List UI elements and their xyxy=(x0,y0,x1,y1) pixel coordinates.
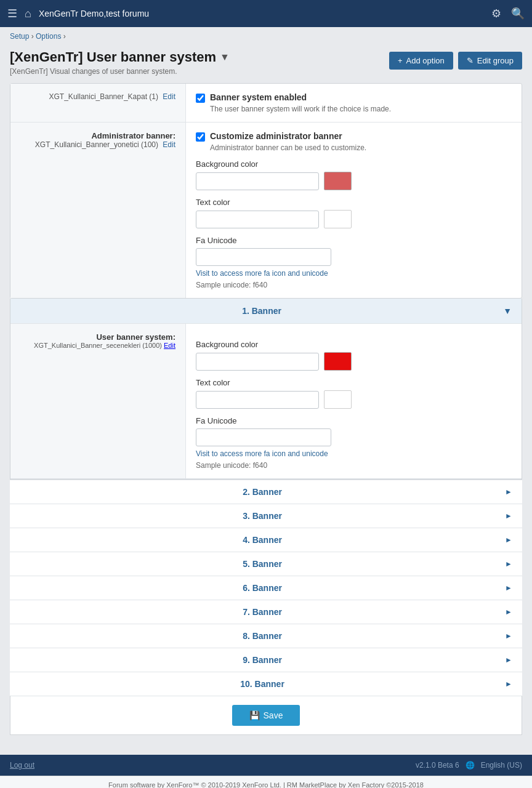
breadcrumb: Setup › Options › xyxy=(0,27,532,46)
chevron-right-icon: ► xyxy=(505,680,512,688)
admin-text-color-group: Text color rgb(255, 255, 255) xyxy=(196,198,512,228)
top-navigation: ☰ ⌂ XenGenTr Demo,test forumu ⚙ 🔍 xyxy=(0,0,532,27)
banner1-fa-unicode-label: Fa Unicode xyxy=(196,416,512,425)
banner-collapsed-title: 2. Banner xyxy=(20,487,505,497)
admin-fa-unicode-label: Fa Unicode xyxy=(196,236,512,245)
banner-collapsed-title: 6. Banner xyxy=(20,583,505,593)
admin-banner-checkbox-desc: Administrator banner can be used to cust… xyxy=(210,143,366,152)
admin-text-color-input[interactable]: rgb(255, 255, 255) xyxy=(196,211,319,228)
banner-collapsed-title: 8. Banner xyxy=(20,631,505,641)
banner-system-checkbox-label: Banner system enabled xyxy=(210,92,391,102)
banner1-fa-unicode-group: Fa Unicode f521 Visit to access more fa … xyxy=(196,416,512,470)
admin-bg-color-group: Background color rgb(214, 92, 92) xyxy=(196,159,512,190)
banner1-text-color-row: rgb(255, 255, 255) xyxy=(196,390,512,409)
page-header-left: [XenGenTr] User banner system ▼ [XenGenT… xyxy=(10,49,230,76)
banner-collapsed-row[interactable]: 2. Banner ► xyxy=(10,480,522,504)
save-icon: 💾 xyxy=(249,710,260,720)
chevron-right-icon: ► xyxy=(505,512,512,520)
nav-right: ⚙ 🔍 xyxy=(491,7,525,20)
globe-icon: 🌐 xyxy=(465,761,475,770)
banner1-fa-unicode-input[interactable]: f521 xyxy=(196,428,331,446)
banner-collapsed-title: 4. Banner xyxy=(20,535,505,545)
save-row: 💾 Save xyxy=(10,696,522,735)
banner-system-checkbox-desc: The user banner system will work if the … xyxy=(210,105,391,113)
banner1-text-color-swatch[interactable] xyxy=(324,390,352,409)
page-subtitle: [XenGenTr] Visual changes of user banner… xyxy=(10,67,230,76)
banner1-bg-color-input[interactable]: rgb(228, 13, 13) xyxy=(196,353,319,371)
banner-collapsed-title: 10. Banner xyxy=(20,679,505,689)
banner-1-edit-link[interactable]: Edit xyxy=(164,342,175,349)
banner-system-key: XGT_Kullanici_Banner_Kapat (1) Edit xyxy=(20,92,175,101)
chevron-right-icon: ► xyxy=(505,608,512,616)
admin-bg-color-input[interactable]: rgb(214, 92, 92) xyxy=(196,172,319,190)
admin-unicode-hint: Visit to access more fa icon and unicode xyxy=(196,269,512,278)
admin-bg-color-swatch[interactable] xyxy=(324,172,352,190)
main-content: XGT_Kullanici_Banner_Kapat (1) Edit Bann… xyxy=(0,83,532,745)
banner-system-checkbox[interactable] xyxy=(196,94,205,103)
admin-banner-row: Administrator banner: XGT_Kullanici_Bann… xyxy=(10,123,522,298)
banner-collapsed-row[interactable]: 7. Banner ► xyxy=(10,600,522,624)
chevron-right-icon: ► xyxy=(505,632,512,640)
admin-banner-edit-link[interactable]: Edit xyxy=(163,140,175,149)
banner-system-row: XGT_Kullanici_Banner_Kapat (1) Edit Bann… xyxy=(10,84,522,123)
banner1-visit-link[interactable]: Visit to access more fa icon and unicode xyxy=(196,449,328,458)
banner1-unicode-hint: Visit to access more fa icon and unicode xyxy=(196,449,512,458)
chevron-right-icon: ► xyxy=(505,536,512,544)
page-title: [XenGenTr] User banner system ▼ xyxy=(10,49,230,65)
collapsed-banners: 2. Banner ► 3. Banner ► 4. Banner ► 5. B… xyxy=(10,480,522,696)
banner-1-fields: Background color rgb(228, 13, 13) Text c… xyxy=(186,324,522,478)
admin-text-color-swatch[interactable] xyxy=(324,210,352,228)
version-label: v2.1.0 Beta 6 xyxy=(416,761,459,770)
edit-icon: ✎ xyxy=(467,56,474,65)
admin-banner-checkbox[interactable] xyxy=(196,132,205,142)
admin-text-color-row: rgb(255, 255, 255) xyxy=(196,210,512,228)
banner-1-title: 1. Banner xyxy=(20,306,503,316)
admin-banner-checkbox-row: Customize administrator banner Administr… xyxy=(196,131,512,152)
footer-main: Log out v2.1.0 Beta 6 🌐 English (US) xyxy=(0,755,532,776)
admin-text-color-label: Text color xyxy=(196,198,512,207)
banner-collapsed-row[interactable]: 10. Banner ► xyxy=(10,672,522,696)
banner-1-label-col: User banner system: XGT_Kullanici_Banner… xyxy=(10,324,186,478)
footer: Log out v2.1.0 Beta 6 🌐 English (US) For… xyxy=(0,755,532,788)
footer-right: v2.1.0 Beta 6 🌐 English (US) xyxy=(416,761,522,770)
banner-collapsed-row[interactable]: 4. Banner ► xyxy=(10,528,522,552)
save-button[interactable]: 💾 Save xyxy=(232,705,300,726)
admin-visit-link[interactable]: Visit to access more fa icon and unicode xyxy=(196,269,328,278)
banner-system-label-col: XGT_Kullanici_Banner_Kapat (1) Edit xyxy=(10,84,186,122)
banner1-bg-color-label: Background color xyxy=(196,340,512,349)
breadcrumb-setup[interactable]: Setup xyxy=(10,32,29,41)
edit-group-button[interactable]: ✎ Edit group xyxy=(458,52,522,70)
add-option-button[interactable]: + Add option xyxy=(389,52,453,70)
footer-bottom: Forum software by XenForo™ © 2010-2019 X… xyxy=(0,776,532,788)
search-icon[interactable]: 🔍 xyxy=(511,7,525,20)
admin-banner-label-col: Administrator banner: XGT_Kullanici_Bann… xyxy=(10,123,186,298)
language-label: English (US) xyxy=(481,761,522,770)
dropdown-arrow-icon[interactable]: ▼ xyxy=(220,52,230,63)
chevron-down-icon: ▼ xyxy=(503,306,512,316)
admin-banner-checkbox-label: Customize administrator banner xyxy=(210,131,366,141)
banner-collapsed-row[interactable]: 6. Banner ► xyxy=(10,576,522,600)
banner-1-content: User banner system: XGT_Kullanici_Banner… xyxy=(10,324,522,479)
banner-system-checkbox-row: Banner system enabled The user banner sy… xyxy=(196,92,512,113)
chevron-right-icon: ► xyxy=(505,656,512,664)
home-icon[interactable]: ⌂ xyxy=(25,7,31,20)
admin-banner-key: XGT_Kullanici_Banner_yonetici (100) Edit xyxy=(20,140,175,149)
banner1-text-color-input[interactable]: rgb(255, 255, 255) xyxy=(196,391,319,409)
logout-link[interactable]: Log out xyxy=(10,761,34,770)
banner-1-header[interactable]: 1. Banner ▼ xyxy=(10,299,522,324)
chevron-right-icon: ► xyxy=(505,560,512,568)
admin-fa-unicode-group: Fa Unicode f005 Visit to access more fa … xyxy=(196,236,512,289)
admin-fa-unicode-input[interactable]: f005 xyxy=(196,248,331,266)
admin-sample-hint: Sample unicode: f640 xyxy=(196,281,512,289)
banner-collapsed-row[interactable]: 9. Banner ► xyxy=(10,648,522,672)
banner-system-edit-link[interactable]: Edit xyxy=(163,92,175,101)
banner-collapsed-row[interactable]: 3. Banner ► xyxy=(10,504,522,528)
banner-collapsed-row[interactable]: 8. Banner ► xyxy=(10,624,522,648)
breadcrumb-options[interactable]: Options xyxy=(36,32,61,41)
gear-icon[interactable]: ⚙ xyxy=(491,7,501,20)
nav-left: ☰ ⌂ XenGenTr Demo,test forumu xyxy=(7,7,149,20)
hamburger-icon[interactable]: ☰ xyxy=(7,7,17,20)
page-header: [XenGenTr] User banner system ▼ [XenGenT… xyxy=(0,46,532,83)
banner-collapsed-row[interactable]: 5. Banner ► xyxy=(10,552,522,576)
banner1-bg-color-swatch[interactable] xyxy=(324,352,352,371)
